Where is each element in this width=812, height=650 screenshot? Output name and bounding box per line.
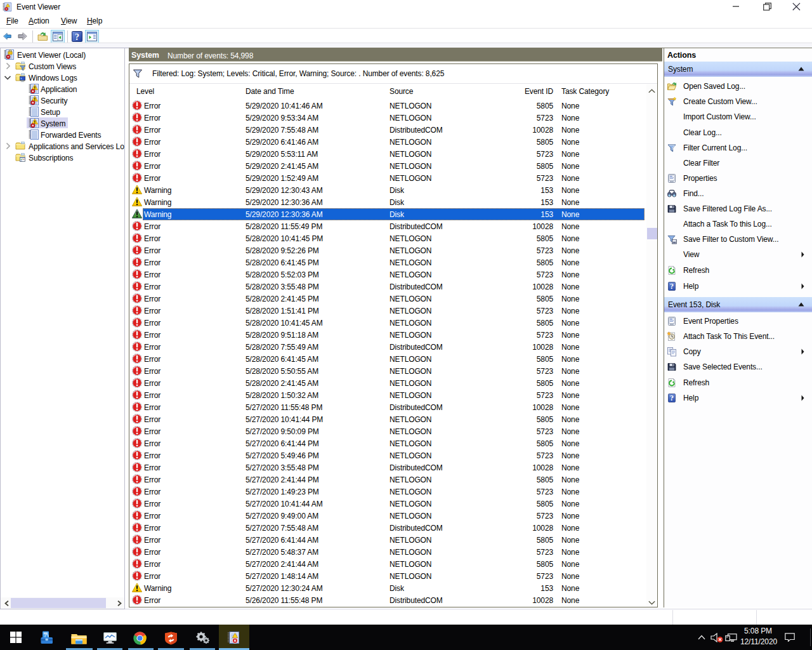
svg-text:?: ? [670,282,674,291]
svg-text:?: ? [670,394,674,402]
svg-text:?: ? [75,32,79,42]
